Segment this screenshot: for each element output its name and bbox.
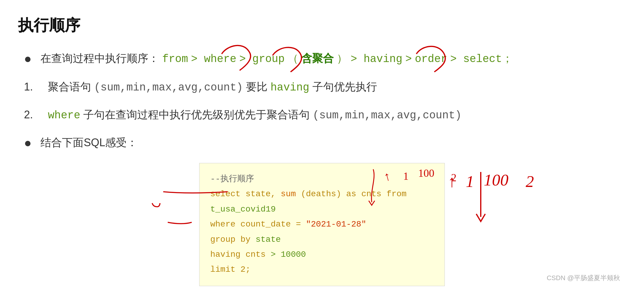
bullet-text-1: 在查询过程中执行顺序： from > where > group （ 含聚合 ）… (40, 50, 513, 67)
sql-where-rest: count_date = (241, 220, 306, 229)
bullet-dot-3: ● (24, 133, 31, 152)
bullet-item-3: ● 结合下面SQL感受： (24, 135, 626, 152)
numbered-text-1: 聚合语句 (sum,min,max,avg,count) 要比 having 子… (48, 79, 377, 96)
watermark: CSDN @平肠盛夏半颊秋 (547, 274, 620, 283)
svg-text:2: 2 (451, 172, 456, 184)
svg-text:1: 1 (466, 172, 474, 191)
numbered-item-2: 2. where 子句在查询过程中执行优先级别优先于聚合语句 (sum,min,… (24, 107, 626, 124)
sequence-arrow2: > (239, 53, 252, 65)
yaobi-text: 要比 (246, 81, 267, 93)
sql-code-box: --执行顺序 select state, sum (deaths) as cnt… (199, 163, 445, 286)
sql-having-cnts: cnts (246, 250, 266, 259)
svg-text:2: 2 (526, 172, 534, 191)
sql-table: t_usa_covid19 (210, 205, 276, 214)
sequence-where: where (204, 53, 236, 65)
number-2: 2. (24, 107, 39, 123)
bullet-item-1: ● 在查询过程中执行顺序： from > where > group （ 含聚合… (24, 50, 626, 68)
sequence-from: from (162, 53, 188, 65)
numbered-text-2: where 子句在查询过程中执行优先级别优先于聚合语句 (sum,min,max… (48, 107, 462, 124)
sql-sum-fn: sum (281, 189, 296, 199)
juhe-paren-2: (sum,min,max,avg,count) (313, 109, 462, 122)
sql-where-kw: where (210, 220, 235, 229)
sql-select-kw: select (210, 189, 241, 199)
sequence-group: group (252, 53, 285, 65)
sql-box-wrapper: --执行顺序 select state, sum (deaths) as cnt… (18, 163, 626, 286)
annotation-arrows-svg: ↑ 1 100 2 (445, 163, 595, 253)
juhe-label: 聚合语句 (48, 81, 91, 93)
number-1: 1. (24, 79, 39, 95)
sql-comment: --执行顺序 (210, 174, 254, 184)
having-code: having (270, 81, 309, 94)
sequence-having: having (364, 53, 403, 65)
sequence-arrow1: > (191, 53, 204, 65)
sequence-arrow4: > (405, 53, 412, 65)
svg-text:100: 100 (484, 171, 509, 189)
sql-line-group: group by state (210, 232, 434, 247)
svg-text:↑: ↑ (448, 172, 456, 191)
sequence-select: select； (463, 53, 513, 65)
annotation-area: ↑ 1 100 2 (445, 163, 595, 247)
sql-line-limit: limit 2; (210, 262, 434, 277)
sql-sum-arg: (deaths) (301, 189, 341, 199)
sql-as-cnts: as cnts from (346, 189, 407, 199)
juhe-paren: (sum,min,max,avg,count) (94, 81, 243, 94)
sql-date-val: "2021-01-28" (306, 220, 366, 229)
sql-line-select: select state, sum (deaths) as cnts from … (210, 187, 434, 217)
sequence-arrow5: > (450, 53, 463, 65)
sql-comment-line: --执行顺序 (210, 172, 434, 187)
sequence-paren-open: （ (288, 53, 298, 65)
bullet-dot-1: ● (24, 49, 31, 68)
sequence-arrow3: > (350, 53, 363, 65)
numbered-item-1: 1. 聚合语句 (sum,min,max,avg,count) 要比 havin… (24, 79, 626, 96)
sql-select-val: state, (246, 189, 276, 199)
sql-group-kw: group by (210, 235, 250, 244)
sql-group-val: state (256, 235, 281, 244)
where-code: where (48, 109, 80, 122)
sql-having-op: > 10000 (271, 250, 306, 259)
ziju-text: 子句优先执行 (312, 81, 377, 93)
where-desc: 子句在查询过程中执行优先级别优先于聚合语句 (83, 108, 310, 121)
sql-line-where: where count_date = "2021-01-28" (210, 217, 434, 232)
page-title: 执行顺序 (18, 15, 626, 36)
sql-limit: limit 2; (210, 265, 250, 274)
sql-having-kw: having (210, 250, 241, 259)
sql-line-having: having cnts > 10000 (210, 247, 434, 262)
sequence-juhe: 含聚合 (301, 52, 334, 64)
bullet-prefix-1: 在查询过程中执行顺序： (40, 52, 159, 64)
sequence-paren-close: ） (337, 53, 347, 65)
bullet-text-3: 结合下面SQL感受： (40, 135, 137, 151)
sequence-order: order (415, 53, 447, 65)
